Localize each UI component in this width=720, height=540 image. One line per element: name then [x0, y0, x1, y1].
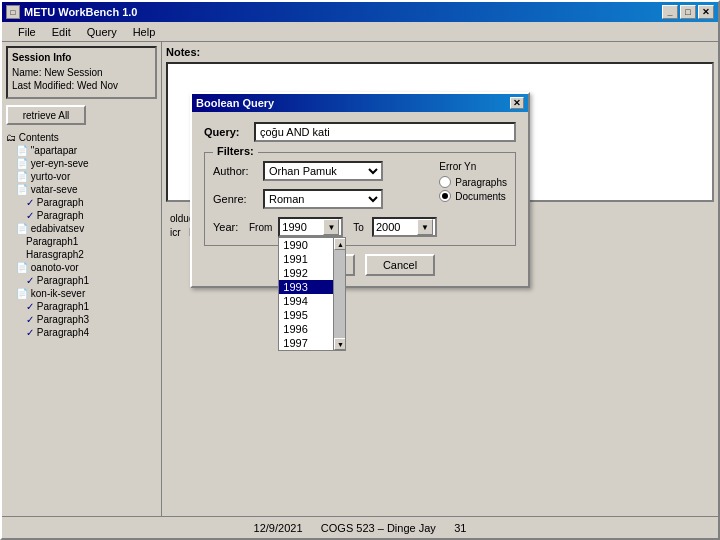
dialog-title-bar: Boolean Query ✕ [192, 94, 528, 112]
scrollbar-down-btn[interactable]: ▼ [334, 338, 345, 350]
paragraphs-radio-label: Paragraphs [455, 177, 507, 188]
genre-label: Genre: [213, 193, 263, 205]
author-label: Author: [213, 165, 263, 177]
paragraphs-radio[interactable] [439, 176, 451, 188]
genre-row: Genre: Roman All Genres [213, 189, 419, 209]
author-row: Author: Orhan Pamuk All Authors [213, 161, 419, 181]
year-label: Year: [213, 221, 243, 233]
from-year-dropdown: 1990 ▼ 1990 1991 1992 1993 1994 [278, 217, 343, 237]
paragraphs-radio-row: Paragraphs [439, 176, 507, 188]
error-yn-label: Error Yn [439, 161, 507, 172]
to-year-dropdown: 2000 ▼ [372, 217, 437, 237]
dialog-title: Boolean Query [196, 97, 510, 109]
documents-radio[interactable] [439, 190, 451, 202]
from-year-arrow[interactable]: ▼ [323, 219, 339, 235]
filters-group: Filters: Author: Orhan Pamuk All Authors [204, 152, 516, 246]
filters-columns: Author: Orhan Pamuk All Authors Genre: [213, 161, 507, 217]
filters-left-col: Author: Orhan Pamuk All Authors Genre: [213, 161, 419, 217]
action-buttons-row: Search Cancel [204, 254, 516, 276]
from-year-select[interactable]: 1990 ▼ [278, 217, 343, 237]
dialog-close-button[interactable]: ✕ [510, 97, 524, 109]
documents-radio-label: Documents [455, 191, 506, 202]
author-select[interactable]: Orhan Pamuk All Authors [263, 161, 383, 181]
dialog-body: Query: Filters: Author: [192, 112, 528, 286]
year-list-scrollbar: ▲ ▼ [333, 238, 345, 350]
dialog-overlay: Boolean Query ✕ Query: Filters: [2, 2, 718, 538]
main-window: □ METU WorkBench 1.0 _ □ ✕ File Edit Que… [0, 0, 720, 540]
genre-select[interactable]: Roman All Genres [263, 189, 383, 209]
scrollbar-up-btn[interactable]: ▲ [334, 238, 345, 250]
from-label: From [249, 222, 272, 233]
to-label: To [353, 222, 364, 233]
query-label: Query: [204, 126, 254, 138]
error-group: Error Yn Paragraphs Documents [439, 161, 507, 217]
boolean-query-dialog: Boolean Query ✕ Query: Filters: [190, 92, 530, 288]
scrollbar-track [334, 250, 345, 338]
to-year-arrow[interactable]: ▼ [417, 219, 433, 235]
filters-legend: Filters: [213, 145, 258, 157]
from-year-list: 1990 1991 1992 1993 1994 1995 1996 1997 [278, 237, 346, 351]
documents-radio-row: Documents [439, 190, 507, 202]
year-row: Year: From 1990 ▼ 1990 [213, 217, 507, 237]
from-year-value: 1990 [282, 221, 323, 233]
query-input[interactable] [254, 122, 516, 142]
cancel-button[interactable]: Cancel [365, 254, 435, 276]
to-year-select[interactable]: 2000 ▼ [372, 217, 437, 237]
to-year-value: 2000 [376, 221, 417, 233]
query-row: Query: [204, 122, 516, 142]
